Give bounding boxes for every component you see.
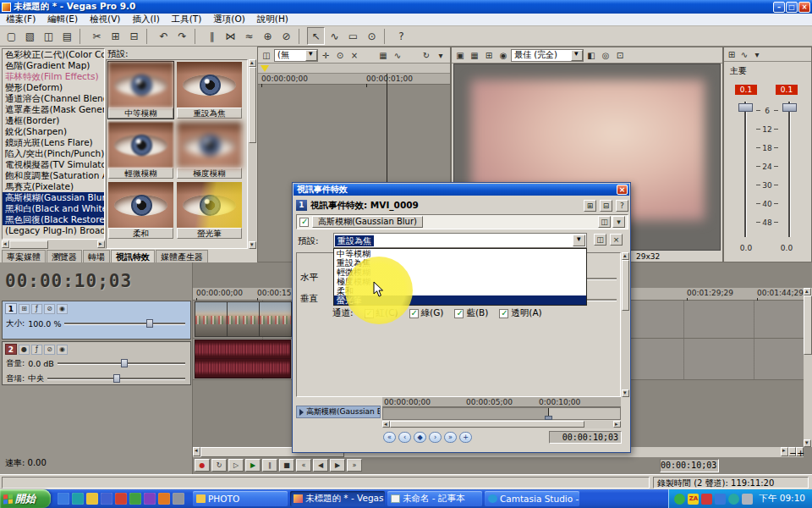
- delete-preset-icon[interactable]: ×: [610, 234, 623, 246]
- quicklaunch-icon-1[interactable]: [58, 493, 69, 505]
- play-button[interactable]: ▶: [245, 459, 261, 472]
- plugin-list-item[interactable]: 色階(Gradient Map): [3, 60, 104, 71]
- menu-item[interactable]: 插入(I): [126, 14, 165, 25]
- menu-item[interactable]: 說明(H): [251, 14, 294, 25]
- plugin-list-item[interactable]: 色彩校正(二代)(Color Co: [3, 49, 104, 60]
- mute-icon[interactable]: ⊘: [44, 304, 55, 314]
- timeline-vscrollbar[interactable]: [804, 288, 812, 447]
- go-to-end-button[interactable]: »: [347, 459, 362, 472]
- go-to-start-button[interactable]: «: [296, 459, 311, 472]
- record-arm-icon[interactable]: ●: [19, 345, 30, 355]
- scroll-right-icon[interactable]: [613, 421, 621, 428]
- size-slider[interactable]: [64, 323, 185, 325]
- snapshot-icon[interactable]: ◎: [599, 48, 612, 62]
- slider-handle[interactable]: [113, 374, 120, 383]
- dock-tab[interactable]: 專案媒體: [2, 250, 46, 262]
- master-fader-left[interactable]: [738, 103, 753, 112]
- next-keyframe-button[interactable]: ›: [429, 432, 442, 443]
- prev-frame-button[interactable]: ◀: [313, 459, 328, 472]
- close-button[interactable]: ×: [798, 2, 810, 13]
- paste-icon[interactable]: ⊟: [125, 27, 143, 45]
- menu-item[interactable]: 選項(O): [207, 14, 250, 25]
- chain-options-icon[interactable]: ▾: [612, 216, 625, 228]
- track-motion-icon[interactable]: ⊞: [19, 304, 30, 314]
- clip-indicator-right[interactable]: 0.1: [776, 85, 798, 95]
- ignore-grouping-icon[interactable]: ⊘: [277, 27, 295, 45]
- plugin-list-item[interactable]: 電視模擬器(TV Simulato: [3, 159, 104, 170]
- preset-thumbnail[interactable]: 柔和: [108, 182, 173, 239]
- zoom-selection-icon[interactable]: ⊙: [333, 48, 347, 62]
- selection-tool-icon[interactable]: ▭: [344, 27, 362, 45]
- tray-zonealarm-icon[interactable]: ZA: [688, 494, 699, 505]
- keyframe-row-label[interactable]: 高斯模糊(Gaussian Blu: [296, 406, 381, 418]
- scroll-left-icon[interactable]: [382, 421, 390, 428]
- taskbar-window-vegas[interactable]: 未標題的 * - Vegas P...: [290, 491, 385, 506]
- auto-ripple-icon[interactable]: ≈: [240, 27, 258, 45]
- fx-enabled-checkbox[interactable]: [299, 218, 309, 227]
- separator[interactable]: [362, 48, 376, 62]
- menu-item[interactable]: 編輯(E): [41, 14, 84, 25]
- copy-frame-icon[interactable]: ⊡: [613, 48, 627, 62]
- chevron-down-icon[interactable]: [571, 50, 583, 61]
- quicklaunch-icon-4[interactable]: [101, 493, 112, 505]
- dock-tab[interactable]: 瀏覽器: [47, 250, 82, 262]
- show-audio-icon[interactable]: ∿: [391, 48, 404, 62]
- trimmer-ruler[interactable]: 00:00:00;00 00:00:01;00: [258, 74, 450, 85]
- keyframe-ruler[interactable]: 00:00:00;00 00:00:05;00 0:00:10;00: [382, 397, 621, 407]
- properties-icon[interactable]: ▤: [58, 27, 76, 45]
- taskbar-window-notepad[interactable]: 未命名 - 記事本: [387, 491, 482, 506]
- cut-icon[interactable]: ✂: [88, 27, 106, 45]
- plugin-list-item[interactable]: 飽和度調整(Saturation A: [3, 170, 104, 181]
- stop-button[interactable]: ■: [279, 459, 294, 472]
- quicklaunch-icon-6[interactable]: [129, 493, 141, 505]
- video-event-clip[interactable]: [195, 301, 293, 337]
- cursor-position-display[interactable]: 00:00:10;03: [5, 271, 132, 291]
- channel-checkbox[interactable]: 藍(B): [454, 307, 488, 319]
- plugin-list-item[interactable]: 邊框(Border): [3, 115, 104, 126]
- plugin-chain-icon[interactable]: ⊞: [584, 200, 596, 212]
- next-frame-button[interactable]: ▶: [330, 459, 345, 472]
- undo-icon[interactable]: ↶: [155, 27, 173, 45]
- first-keyframe-button[interactable]: «: [383, 432, 396, 443]
- slider-handle[interactable]: [146, 319, 153, 328]
- prev-keyframe-button[interactable]: ‹: [398, 432, 411, 443]
- zoom-out-time-icon[interactable]: −: [788, 447, 796, 456]
- minimize-button[interactable]: –: [773, 2, 785, 13]
- trimmer-save-icon[interactable]: ◫: [260, 48, 273, 62]
- last-keyframe-button[interactable]: »: [444, 432, 457, 443]
- scrollbar-thumb[interactable]: [390, 421, 584, 428]
- insert-bus-icon[interactable]: ⊞: [726, 48, 738, 60]
- separator[interactable]: [299, 29, 304, 44]
- record-button[interactable]: ●: [195, 459, 210, 472]
- dock-tab[interactable]: 轉場: [83, 250, 110, 262]
- keyframe-hscrollbar[interactable]: [382, 421, 621, 428]
- separator[interactable]: [384, 29, 390, 44]
- gaussian-blur-chip[interactable]: 高斯模糊(Gaussian Blur): [312, 216, 423, 228]
- loop-playback-button[interactable]: ↻: [211, 459, 227, 472]
- scroll-left-icon[interactable]: [2, 240, 9, 248]
- envelope-tool-icon[interactable]: ∿: [326, 27, 343, 45]
- channel-checkbox[interactable]: 綠(G): [409, 307, 444, 319]
- dialog-close-button[interactable]: ×: [617, 185, 628, 195]
- separator[interactable]: [405, 48, 419, 62]
- chevron-down-icon[interactable]: [305, 50, 317, 61]
- separator[interactable]: [80, 29, 85, 44]
- taskbar-window-camtasia[interactable]: Camtasia Studio - Unti...: [485, 491, 579, 506]
- preset-combobox[interactable]: 重設為焦: [333, 233, 587, 248]
- save-preset-icon[interactable]: ◫: [594, 234, 606, 246]
- play-from-start-button[interactable]: ▷: [228, 459, 244, 472]
- dock-tab[interactable]: 媒體產生器: [156, 250, 208, 262]
- save-chain-icon[interactable]: ◫: [598, 216, 611, 228]
- preset-thumbnail[interactable]: 輕微模糊: [108, 122, 173, 179]
- plugin-list-item[interactable]: 高斯模糊(Gaussian Blur): [3, 192, 104, 203]
- scroll-up-icon[interactable]: [249, 59, 256, 67]
- presets-vscrollbar[interactable]: [249, 59, 256, 249]
- track-fx-icon[interactable]: ƒ: [31, 345, 42, 355]
- slider-handle[interactable]: [121, 359, 128, 367]
- preset-thumbnail[interactable]: 螢光筆: [177, 182, 242, 239]
- track-number[interactable]: 1: [5, 303, 17, 314]
- tray-icon-green[interactable]: [674, 494, 685, 505]
- media-start-marker[interactable]: [261, 65, 269, 72]
- dock-tab[interactable]: 視訊特效: [111, 250, 155, 262]
- taskbar-window-photo[interactable]: PHOTO: [193, 491, 288, 506]
